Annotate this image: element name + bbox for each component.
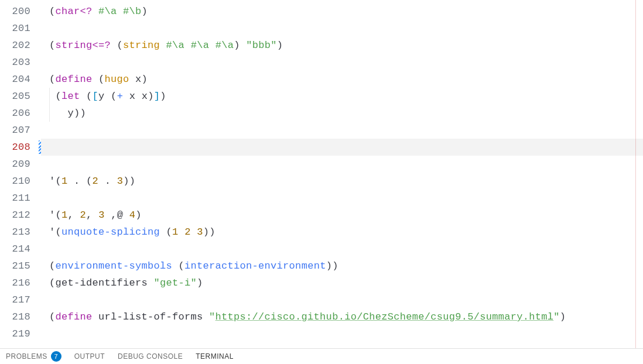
code-line[interactable]: (environment-symbols (interaction-enviro… <box>41 257 643 274</box>
code-line[interactable]: (char<? #\a #\b) <box>41 3 643 20</box>
line-number: 218 <box>0 308 41 325</box>
code-line[interactable]: y)) <box>41 105 643 122</box>
code-line[interactable]: (define (hugo x) <box>41 71 643 88</box>
line-number: 203 <box>0 54 41 71</box>
code-line[interactable]: '(unquote-splicing (1 2 3)) <box>41 224 643 241</box>
code-line[interactable] <box>41 325 643 342</box>
line-number: 207 <box>0 122 41 139</box>
code-editor[interactable]: 2002012022032042052062072082092102112122… <box>0 0 643 348</box>
line-number: 208 <box>0 139 41 156</box>
code-area[interactable]: (char<? #\a #\b)(string<=? (string #\a #… <box>41 0 643 348</box>
panel-tab-label: TERMINAL <box>196 352 234 360</box>
line-number: 219 <box>0 325 41 342</box>
panel-tab-debug-console[interactable]: DEBUG CONSOLE <box>118 352 183 360</box>
panel-tab-label: OUTPUT <box>74 352 105 360</box>
line-number: 210 <box>0 173 41 190</box>
line-number: 211 <box>0 190 41 207</box>
line-number: 200 <box>0 3 41 20</box>
line-number: 212 <box>0 207 41 224</box>
panel-tab-terminal[interactable]: TERMINAL <box>196 352 234 360</box>
line-number: 217 <box>0 291 41 308</box>
line-number: 202 <box>0 37 41 54</box>
line-number: 205 <box>0 88 41 105</box>
line-number: 213 <box>0 224 41 241</box>
code-line[interactable]: (get-identifiers "get-i") <box>41 274 643 291</box>
code-line[interactable] <box>41 241 643 257</box>
panel-tab-bar: PROBLEMS7OUTPUTDEBUG CONSOLETERMINAL <box>0 348 643 364</box>
code-line[interactable]: '(1 . (2 . 3)) <box>41 173 643 190</box>
code-line[interactable] <box>41 139 643 156</box>
line-number: 201 <box>0 20 41 37</box>
problems-badge: 7 <box>51 351 61 362</box>
panel-tab-output[interactable]: OUTPUT <box>74 352 105 360</box>
line-number: 206 <box>0 105 41 122</box>
panel-tab-problems[interactable]: PROBLEMS7 <box>6 351 61 362</box>
code-line[interactable] <box>41 20 643 37</box>
panel-tab-label: PROBLEMS <box>6 352 47 360</box>
line-number: 209 <box>0 156 41 173</box>
panel-tab-label: DEBUG CONSOLE <box>118 352 183 360</box>
code-line[interactable] <box>41 156 643 173</box>
ruler <box>635 0 636 348</box>
line-number: 215 <box>0 257 41 274</box>
code-line[interactable] <box>41 54 643 71</box>
line-number-gutter: 2002012022032042052062072082092102112122… <box>0 0 41 348</box>
code-line[interactable]: '(1, 2, 3 ,@ 4) <box>41 207 643 224</box>
code-line[interactable]: (define url-list-of-forms "https://cisco… <box>41 308 643 325</box>
line-number: 204 <box>0 71 41 88</box>
code-line[interactable] <box>41 122 643 139</box>
code-line[interactable]: (string<=? (string #\a #\a #\a) "bbb") <box>41 37 643 54</box>
code-line[interactable] <box>41 291 643 308</box>
line-number: 214 <box>0 241 41 257</box>
code-line[interactable] <box>41 190 643 207</box>
code-line[interactable]: (let ([y (+ x x)]) <box>41 88 643 105</box>
line-number: 216 <box>0 274 41 291</box>
